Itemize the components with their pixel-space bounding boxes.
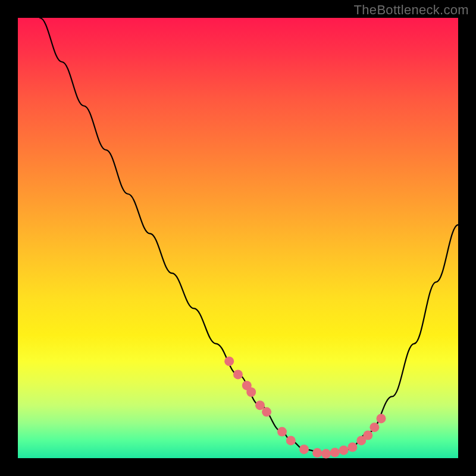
highlight-dot xyxy=(246,387,256,397)
highlight-dot xyxy=(363,431,372,440)
highlight-dot xyxy=(299,444,309,454)
highlight-dot xyxy=(369,422,379,432)
highlight-dot xyxy=(262,407,271,416)
highlight-dot xyxy=(330,447,340,457)
highlight-dot xyxy=(233,369,243,379)
highlight-dot xyxy=(347,443,357,452)
highlight-dot xyxy=(377,414,386,423)
highlight-dot xyxy=(277,427,287,437)
highlight-dot xyxy=(339,446,349,455)
highlight-dot xyxy=(224,356,234,366)
highlight-dots-group xyxy=(224,356,386,458)
watermark-text: TheBottleneck.com xyxy=(354,2,469,18)
chart-svg xyxy=(18,18,458,458)
highlight-dot xyxy=(312,448,322,458)
highlight-dot xyxy=(321,449,331,459)
highlight-dot xyxy=(286,436,296,445)
